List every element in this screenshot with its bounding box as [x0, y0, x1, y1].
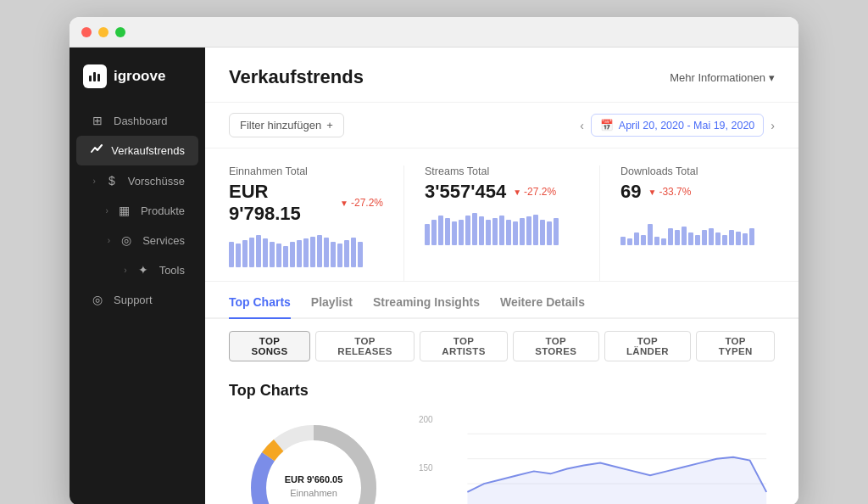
bar [654, 237, 659, 245]
subtab-top-lander[interactable]: TOP LÄNDER [604, 331, 692, 361]
bar [547, 221, 552, 245]
bar [641, 235, 646, 245]
bar [431, 220, 437, 245]
main-content: Verkaufstrends Mehr Informationen ▾ Filt… [205, 48, 798, 504]
stat-value-einnahmen: EUR 9'798.15 [229, 181, 333, 225]
tab-streaming-insights[interactable]: Streaming Insights [373, 285, 480, 319]
sidebar-item-verkaufstrends[interactable]: Verkaufstrends [76, 136, 198, 165]
bar [452, 221, 457, 245]
bar [627, 238, 632, 245]
bar [668, 228, 673, 245]
chevron-icon: › [92, 176, 95, 186]
arrow-down-icon: ▼ [513, 188, 521, 197]
date-range-selector: ‹ 📅 April 20, 2020 - Mai 19, 2020 › [580, 114, 775, 137]
dashboard-icon: ⊞ [90, 114, 105, 127]
bar [620, 237, 626, 245]
bar [554, 218, 559, 245]
subtab-top-stores[interactable]: TOP STORES [513, 331, 599, 361]
sidebar-item-tools[interactable]: › ✦ Tools [76, 255, 198, 284]
bar [303, 238, 309, 267]
stat-change-streams: ▼ -27.2% [513, 186, 556, 198]
bar [715, 232, 721, 245]
bar [499, 216, 504, 245]
mini-chart-streams [425, 211, 579, 245]
bar [283, 246, 288, 267]
bar [256, 235, 261, 267]
stat-value-row-streams: 3'557'454 ▼ -27.2% [425, 181, 579, 203]
stat-value-row-einnahmen: EUR 9'798.15 ▼ -27.2% [229, 181, 383, 225]
sidebar-item-dashboard[interactable]: ⊞ Dashboard [76, 106, 198, 135]
bar [526, 216, 531, 245]
sidebar-item-support[interactable]: ◎ Support [76, 285, 198, 314]
bar [688, 232, 693, 245]
sidebar-item-label: Services [142, 234, 185, 247]
sidebar-item-produkte[interactable]: › ▦ Produkte [76, 196, 198, 225]
app-body: igroove ⊞ Dashboard Verkaufstrends › [70, 48, 798, 504]
bar [729, 230, 734, 245]
donut-chart-wrapper: EUR 9'660.05 Einnahmen [229, 412, 398, 504]
tools-icon: ✦ [136, 263, 151, 277]
bar [479, 216, 484, 245]
bar [743, 233, 748, 245]
bar [351, 238, 356, 267]
bar [358, 242, 363, 267]
page-title: Verkaufstrends [229, 66, 364, 88]
subtab-top-artists[interactable]: TOP ARTISTS [420, 331, 508, 361]
logo-text: igroove [114, 68, 165, 85]
sidebar-item-services[interactable]: › ◎ Services [76, 226, 198, 255]
tab-weitere-details[interactable]: Weitere Details [500, 285, 585, 319]
subtab-top-typen[interactable]: TOP TYPEN [696, 331, 775, 361]
logo-icon [83, 64, 107, 88]
subtab-top-songs[interactable]: TOP SONGS [229, 331, 310, 361]
bar [533, 215, 538, 245]
bar [270, 242, 275, 267]
close-button[interactable] [81, 27, 92, 37]
mini-chart-downloads [620, 211, 775, 245]
bar [310, 237, 315, 267]
bar [675, 230, 680, 245]
main-header: Verkaufstrends Mehr Informationen ▾ [205, 48, 798, 103]
tab-playlist[interactable]: Playlist [311, 285, 353, 319]
y-axis-labels: 200 150 100 [419, 412, 433, 504]
chevron-down-icon: ▾ [769, 71, 775, 84]
mehr-info-button[interactable]: Mehr Informationen ▾ [670, 71, 775, 84]
donut-chart-svg: EUR 9'660.05 Einnahmen [242, 416, 386, 504]
y-label: 200 [419, 415, 433, 424]
trends-icon [90, 143, 103, 158]
bar [249, 238, 254, 267]
filter-button[interactable]: Filter hinzufügen + [229, 113, 344, 137]
svg-rect-2 [97, 74, 100, 81]
bottom-section: Top Charts EUR 9'660.0 [205, 370, 798, 504]
sidebar-item-label: Vorschüsse [128, 175, 185, 188]
bar [540, 220, 545, 245]
sidebar-item-vorschusse[interactable]: › $ Vorschüsse [76, 166, 198, 195]
minimize-button[interactable] [98, 27, 108, 37]
plus-icon: + [326, 119, 333, 132]
maximize-button[interactable] [115, 27, 125, 37]
arrow-down-icon: ▼ [648, 188, 656, 197]
arrow-down-icon: ▼ [340, 199, 348, 208]
stat-value-downloads: 69 [620, 181, 641, 203]
charts-area: EUR 9'660.05 Einnahmen 200 150 100 [229, 412, 775, 504]
bar [682, 227, 687, 245]
bar [648, 224, 653, 245]
date-next-button[interactable]: › [771, 119, 775, 132]
bar [702, 230, 707, 245]
support-icon: ◎ [90, 293, 105, 306]
subtab-top-releases[interactable]: TOP RELEASES [315, 331, 415, 361]
bar [337, 244, 342, 267]
titlebar [70, 17, 798, 48]
date-prev-button[interactable]: ‹ [580, 119, 584, 132]
dollar-icon: $ [104, 174, 120, 188]
produkte-icon: ▦ [117, 204, 132, 217]
bar [290, 242, 295, 267]
stat-card-streams: Streams Total 3'557'454 ▼ -27.2% [425, 165, 600, 281]
sidebar-navigation: ⊞ Dashboard Verkaufstrends › $ Vorschüss… [70, 102, 205, 504]
bar [242, 240, 248, 267]
tab-top-charts[interactable]: Top Charts [229, 285, 291, 319]
date-pill[interactable]: 📅 April 20, 2020 - Mai 19, 2020 [591, 114, 765, 137]
toolbar: Filter hinzufügen + ‹ 📅 April 20, 2020 -… [205, 103, 798, 148]
bar [634, 232, 639, 245]
bar [263, 238, 268, 267]
bar [736, 232, 741, 245]
